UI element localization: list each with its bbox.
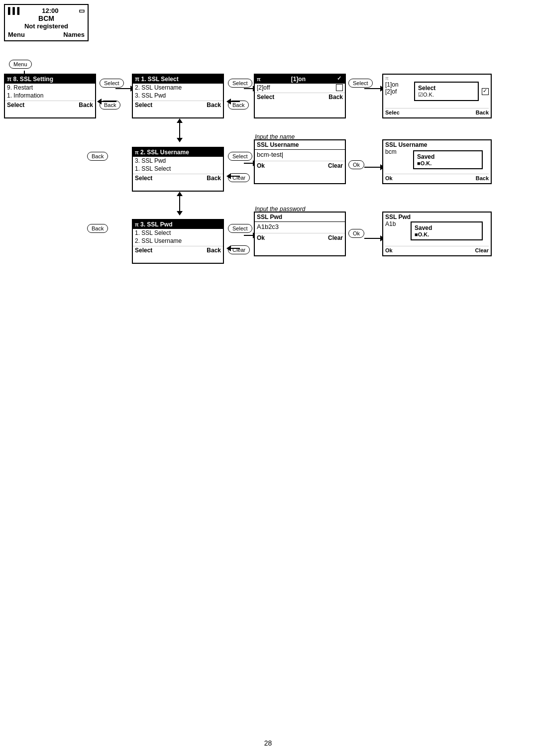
screen2-item2: 3. SSL Pwd xyxy=(133,92,223,100)
screen10-ok[interactable]: Ok xyxy=(385,247,393,253)
screen-ssl-pwd-saved: SSL Pwd A1b Saved ■O.K. Ok Clear xyxy=(382,212,492,256)
arrow-left-3-2 xyxy=(226,99,240,105)
screen-ssl-onoff: π [1]on [2]off Select Back xyxy=(254,74,346,118)
checkbox-off xyxy=(336,84,343,91)
screen2-footer: Select Back xyxy=(133,101,223,109)
screen3-footer: Select Back xyxy=(255,93,345,101)
screen6-ok[interactable]: Ok xyxy=(257,162,265,169)
screen8-footer: Select Back xyxy=(133,246,223,254)
popup-saved-pwd: Saved xyxy=(415,224,479,231)
screen8-header: π 3. SSL Pwd xyxy=(133,220,223,229)
screen1-header: π 8. SSL Setting xyxy=(5,75,95,84)
screen7-label: SSL Username xyxy=(385,141,489,148)
status-time: 12:00 xyxy=(42,7,58,14)
pi-symbol: π xyxy=(7,76,11,83)
screen10-clear[interactable]: Clear xyxy=(475,247,489,253)
checkbox-on xyxy=(336,76,343,83)
ok-btn-9[interactable]: Ok xyxy=(348,229,364,238)
screen7-ok[interactable]: Ok xyxy=(385,175,393,181)
screen1-item1: 9. Restart xyxy=(5,84,95,92)
popup-ok-label[interactable]: ☑O.K. xyxy=(418,92,475,98)
screen1-back[interactable]: Back xyxy=(79,102,93,108)
screen6-label: SSL Username xyxy=(255,140,345,150)
screen2-back[interactable]: Back xyxy=(207,102,221,108)
screen6-footer: Ok Clear xyxy=(255,161,345,170)
screen-ssl-username-saved: SSL Username bcm Saved ■O.K. Ok Back xyxy=(382,139,492,184)
screen5-item1: 3. SSL Pwd xyxy=(133,157,223,165)
page-number: 28 xyxy=(264,739,272,747)
screen9-clear[interactable]: Clear xyxy=(328,234,343,241)
back-btn-5[interactable]: Back xyxy=(87,152,108,161)
screen-ssl-username-menu: π 2. SSL Username 3. SSL Pwd 1. SSL Sele… xyxy=(132,147,224,192)
screen10-footer: Ok Clear xyxy=(385,246,489,253)
screen4-back-footer[interactable]: Back xyxy=(476,109,489,115)
vert-line xyxy=(179,123,180,138)
status-menu-names: Menu Names xyxy=(8,31,85,38)
select-btn-5[interactable]: Select xyxy=(228,152,252,161)
vert-line2 xyxy=(179,196,180,211)
screen5-header: π 2. SSL Username xyxy=(133,148,223,157)
ok-btn-6[interactable]: Ok xyxy=(348,160,364,169)
up-head xyxy=(177,118,183,123)
pi-symbol5: π xyxy=(135,150,139,155)
popup-ok-k-label[interactable]: ■O.K. xyxy=(417,160,479,166)
screen3-header: π [1]on xyxy=(255,75,345,84)
screen7-popup: Saved ■O.K. xyxy=(413,150,483,169)
arrow-updown-1 xyxy=(177,118,183,142)
screen-ssl-username-input: SSL Username bcm-test| Ok Clear xyxy=(254,139,346,184)
screen3-back[interactable]: Back xyxy=(328,94,343,101)
screen4-select-footer[interactable]: Selec xyxy=(385,109,400,115)
pi-symbol2: π xyxy=(135,76,139,83)
back-btn-8[interactable]: Back xyxy=(87,224,108,233)
screen7-back[interactable]: Back xyxy=(476,175,489,181)
screen3-item-off: [2]off xyxy=(255,84,345,92)
status-names-label: Names xyxy=(63,31,85,38)
screen9-value[interactable]: A1b2c3 xyxy=(255,222,345,231)
screen10-label: SSL Pwd xyxy=(385,214,489,220)
screen2-select[interactable]: Select xyxy=(135,102,152,108)
select-btn-8[interactable]: Select xyxy=(228,224,252,233)
up-head2 xyxy=(177,192,183,196)
screen5-item2: 1. SSL Select xyxy=(133,165,223,173)
popup-ok-pwd[interactable]: ■O.K. xyxy=(415,231,479,237)
arrow-left-9-8 xyxy=(226,245,240,251)
screen-ssl-select: π 1. SSL Select 2. SSL Username 3. SSL P… xyxy=(132,74,224,118)
arrow-right-3-4 xyxy=(364,86,385,92)
status-row1: ▌▌▌ 12:00 ▭ xyxy=(8,7,85,14)
status-not-registered: Not registered xyxy=(8,22,85,30)
arrow-updown-2 xyxy=(177,192,183,216)
status-bcm: BCM xyxy=(8,14,85,22)
screen5-select[interactable]: Select xyxy=(135,175,152,182)
screen-ssl-pwd-menu: π 3. SSL Pwd 1. SSL Select 2. SSL Userna… xyxy=(132,219,224,264)
arrow-left-2-1 xyxy=(97,99,116,105)
status-menu-label: Menu xyxy=(8,31,25,38)
arrow-left-6-5 xyxy=(226,173,240,179)
arrow-right-9-10 xyxy=(364,235,385,241)
screen8-item1: 1. SSL Select xyxy=(133,229,223,237)
down-head xyxy=(177,138,183,142)
screen1-select[interactable]: Select xyxy=(7,102,24,108)
page-container: ▌▌▌ 12:00 ▭ BCM Not registered Menu Name… xyxy=(0,0,536,756)
screen5-footer: Select Back xyxy=(133,174,223,182)
checkbox-on-popup xyxy=(482,88,489,95)
screen6-clear[interactable]: Clear xyxy=(328,162,343,169)
pi-symbol8: π xyxy=(135,222,139,227)
popup-saved-label: Saved xyxy=(417,153,479,160)
screen3-select[interactable]: Select xyxy=(257,94,274,101)
battery-icon: ▭ xyxy=(79,7,85,14)
screen5-back[interactable]: Back xyxy=(207,175,221,182)
screen3-header1: [1]on xyxy=(291,76,306,83)
screen4-popup: Select ☑O.K. xyxy=(414,82,479,101)
arrow-right-6-7 xyxy=(364,164,385,170)
popup-select-label[interactable]: Select xyxy=(418,85,475,92)
screen4-footer: Selec Back xyxy=(385,108,489,115)
screen-ssl-setting: π 8. SSL Setting 9. Restart 1. Informati… xyxy=(4,74,96,118)
screen8-back[interactable]: Back xyxy=(207,247,221,254)
menu-button[interactable]: Menu xyxy=(9,60,32,69)
screen1-footer: Select Back xyxy=(5,101,95,109)
phone-status: ▌▌▌ 12:00 ▭ BCM Not registered Menu Name… xyxy=(4,4,89,41)
screen9-ok[interactable]: Ok xyxy=(257,234,265,241)
screen8-select[interactable]: Select xyxy=(135,247,152,254)
screen1-item2: 1. Information xyxy=(5,92,95,100)
screen6-value[interactable]: bcm-test| xyxy=(255,150,345,159)
